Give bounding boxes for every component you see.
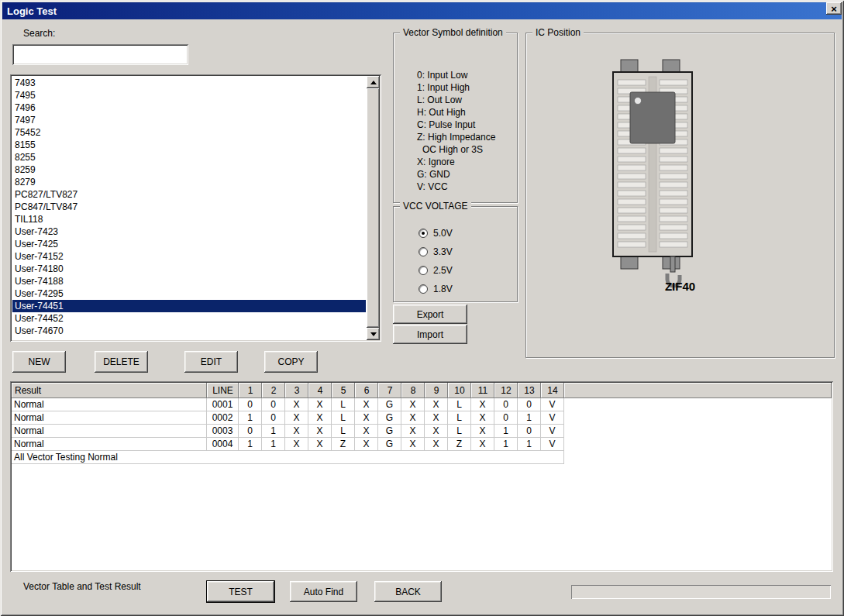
vector-symbol-groupbox: Vector Symbol definition 0: Input Low1: … <box>393 33 518 203</box>
value-cell: 1 <box>262 425 285 438</box>
list-item[interactable]: PC827/LTV827 <box>12 188 366 201</box>
test-button[interactable]: TEST <box>207 581 274 602</box>
vcc-voltage-groupbox: VCC VOLTAGE 5.0V3.3V2.5V1.8V <box>393 206 518 302</box>
column-header[interactable]: 8 <box>401 383 425 398</box>
value-cell: 0 <box>239 425 262 438</box>
value-cell: G <box>378 411 401 425</box>
table-row[interactable]: All Vector Testing Normal <box>12 451 832 464</box>
value-cell: X <box>401 425 425 438</box>
symbol-line: 1: Input High <box>417 81 517 94</box>
list-item[interactable]: User-74451 <box>12 300 366 312</box>
list-item[interactable]: 8155 <box>12 139 366 151</box>
vcc-option[interactable]: 2.5V <box>419 261 514 280</box>
list-item[interactable]: 75452 <box>12 126 366 139</box>
list-item[interactable]: 8259 <box>12 163 366 176</box>
back-button[interactable]: BACK <box>374 581 442 602</box>
column-header[interactable]: 7 <box>378 383 401 398</box>
table-row[interactable]: Normal000301XXLXGXXLX10V <box>12 425 832 438</box>
import-button[interactable]: Import <box>393 325 467 344</box>
value-cell: Z <box>448 438 471 451</box>
search-input[interactable] <box>12 44 188 65</box>
table-row[interactable]: Normal000411XXZXGXXZX11V <box>12 438 832 451</box>
column-header-filler <box>564 383 832 398</box>
list-item[interactable]: User-74452 <box>12 312 366 325</box>
list-item[interactable]: User-74152 <box>12 250 366 263</box>
value-cell: G <box>378 425 401 438</box>
value-cell: V <box>541 438 564 451</box>
vcc-option[interactable]: 1.8V <box>419 280 514 298</box>
close-button[interactable]: × <box>826 2 842 15</box>
value-cell: 1 <box>494 425 518 438</box>
result-cell: Normal <box>12 438 207 451</box>
value-cell: X <box>425 398 448 411</box>
arrow-up-icon <box>370 81 377 84</box>
column-header[interactable]: 9 <box>425 383 448 398</box>
value-cell: L <box>448 398 471 411</box>
column-header[interactable]: Result <box>12 383 207 398</box>
list-item[interactable]: 7495 <box>12 89 366 102</box>
edit-button[interactable]: EDIT <box>184 351 238 373</box>
column-header[interactable]: 10 <box>448 383 471 398</box>
list-item[interactable]: User-7425 <box>12 238 366 250</box>
vcc-option[interactable]: 5.0V <box>419 224 514 243</box>
search-label: Search: <box>23 28 55 39</box>
list-item[interactable]: User-74180 <box>12 263 366 275</box>
value-cell: G <box>378 438 401 451</box>
table-row[interactable]: Normal000210XXLXGXXLX01V <box>12 411 832 425</box>
list-item[interactable]: PC847/LTV847 <box>12 201 366 213</box>
copy-button[interactable]: COPY <box>264 351 318 373</box>
value-cell: 1 <box>518 411 541 425</box>
radio-dot <box>422 232 425 235</box>
new-button[interactable]: NEW <box>12 351 66 373</box>
value-cell: X <box>355 438 378 451</box>
column-header[interactable]: 12 <box>494 383 518 398</box>
symbol-line: 0: Input Low <box>417 69 517 81</box>
value-cell: X <box>285 425 308 438</box>
value-cell: X <box>285 398 308 411</box>
scroll-up-button[interactable] <box>367 76 380 88</box>
column-header[interactable]: LINE <box>207 383 239 398</box>
column-header[interactable]: 13 <box>518 383 541 398</box>
list-item[interactable]: User-74188 <box>12 275 366 287</box>
list-item[interactable]: 7496 <box>12 102 366 114</box>
delete-button[interactable]: DELETE <box>95 351 148 373</box>
column-header[interactable]: 5 <box>332 383 355 398</box>
list-item[interactable]: User-7423 <box>12 225 366 238</box>
list-item[interactable]: User-74295 <box>12 287 366 300</box>
list-item[interactable]: TIL118 <box>12 213 366 225</box>
value-cell: X <box>308 438 332 451</box>
result-table: ResultLINE1234567891011121314 Normal0001… <box>10 381 833 572</box>
column-header[interactable]: 1 <box>239 383 262 398</box>
column-header[interactable]: 2 <box>262 383 285 398</box>
value-cell: X <box>425 438 448 451</box>
list-item[interactable]: User-74670 <box>12 325 366 337</box>
export-button[interactable]: Export <box>393 305 467 324</box>
column-header[interactable]: 11 <box>471 383 494 398</box>
column-header[interactable]: 6 <box>355 383 378 398</box>
ic-position-groupbox: IC Position <box>525 33 835 358</box>
radio-icon <box>419 229 428 238</box>
vcc-option[interactable]: 3.3V <box>419 243 514 261</box>
list-item[interactable]: 8279 <box>12 176 366 188</box>
list-item[interactable]: 7497 <box>12 114 366 126</box>
value-cell: X <box>425 411 448 425</box>
column-header[interactable]: 14 <box>541 383 564 398</box>
auto-find-button[interactable]: Auto Find <box>290 581 357 602</box>
table-row[interactable]: Normal000100XXLXGXXLX00V <box>12 398 832 411</box>
value-cell: X <box>471 425 494 438</box>
value-cell: X <box>355 411 378 425</box>
list-item[interactable]: 8255 <box>12 151 366 163</box>
line-cell: 0001 <box>207 398 239 411</box>
scrollbar-thumb[interactable] <box>367 88 380 328</box>
progress-bar <box>571 585 831 599</box>
scroll-down-button[interactable] <box>367 328 380 340</box>
value-cell: X <box>401 398 425 411</box>
column-header[interactable]: 3 <box>285 383 308 398</box>
column-header[interactable]: 4 <box>308 383 332 398</box>
list-item[interactable]: 7493 <box>12 77 366 89</box>
device-list-scrollbar[interactable] <box>367 76 380 340</box>
value-cell: 1 <box>494 438 518 451</box>
value-cell: L <box>448 425 471 438</box>
zif-socket-graphic <box>602 53 704 291</box>
value-cell: 1 <box>239 411 262 425</box>
